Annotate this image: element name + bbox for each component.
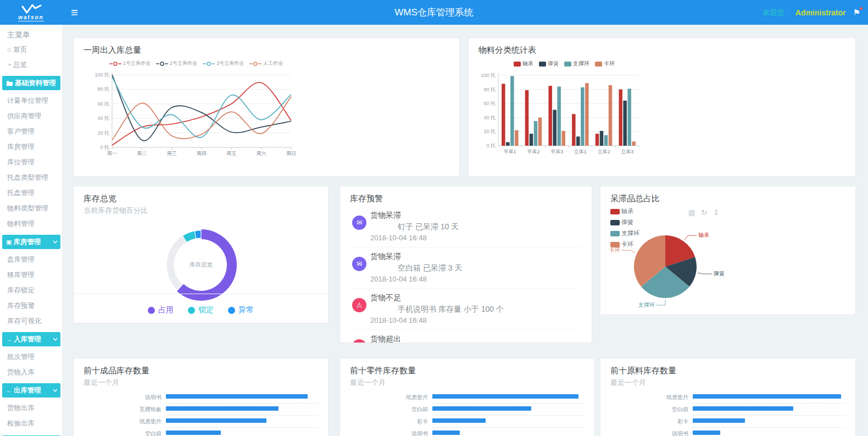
- sidebar-item-计量单位管理[interactable]: 计量单位管理: [0, 93, 62, 108]
- legend-item[interactable]: 轴承: [610, 207, 639, 216]
- sidebar-item-库存预警[interactable]: 库存预警: [0, 298, 62, 313]
- legend-item[interactable]: 支撑环: [564, 60, 589, 68]
- alert-description: 手机说明书 库存量 小于 100 个: [370, 305, 581, 314]
- hamburger-menu-icon[interactable]: ≡: [71, 0, 78, 25]
- app-logo[interactable]: watson: [0, 0, 62, 25]
- sidebar-item-label: 库位管理: [7, 158, 35, 166]
- svg-text:平库1: 平库1: [504, 149, 516, 154]
- sidebar-item-托盘类型管理[interactable]: 托盘类型管理: [0, 170, 62, 185]
- app-root: watson ≡ WMS仓库管理系统 欢迎您： Administrator ⚑ …: [0, 0, 868, 436]
- legend-label: 弹簧: [548, 60, 559, 68]
- svg-text:40 托: 40 托: [483, 115, 496, 120]
- legend-label: 人工作业: [263, 60, 283, 67]
- sidebar-item-label: 检验出库: [7, 420, 35, 427]
- alert-title: 货物呆滞: [370, 252, 581, 262]
- sidebar-item-货物入库[interactable]: 货物入库: [0, 365, 62, 380]
- hbar-track: [432, 428, 585, 436]
- sidebar-item-库位管理[interactable]: 库位管理: [0, 154, 62, 170]
- legend-item[interactable]: 占用: [148, 305, 174, 315]
- sidebar-item-托盘管理[interactable]: 托盘管理: [0, 185, 62, 201]
- hbar-bar: [166, 431, 221, 435]
- legend-item[interactable]: 3号立库作业: [203, 60, 244, 67]
- legend-item[interactable]: 卡环: [595, 60, 615, 68]
- svg-text:周五: 周五: [226, 151, 236, 156]
- alert-item[interactable]: ⚠货物超出硬纸板 库存量 大于 300 个2018-10-04 16:48: [351, 330, 581, 343]
- divider: [74, 294, 328, 294]
- username[interactable]: Administrator: [795, 8, 846, 17]
- hbar-row: 说明书: [610, 428, 845, 436]
- svg-text:20 托: 20 托: [483, 129, 496, 134]
- alert-item[interactable]: ✉货物呆滞钉子 已呆滞 10 天2018-10-04 16:48: [351, 206, 581, 247]
- sidebar-item-首页[interactable]: ⌂首页: [0, 42, 62, 57]
- legend-item[interactable]: 1号立库作业: [109, 60, 151, 67]
- warehouse-icon: ▣: [6, 239, 12, 246]
- envelope-icon: ✉: [352, 216, 366, 230]
- alert-timestamp: 2018-10-04 16:48: [370, 275, 581, 283]
- sidebar-item-库存锁定[interactable]: 库存锁定: [0, 283, 62, 298]
- sidebar-item-物料类型管理[interactable]: 物料类型管理: [0, 201, 62, 216]
- sidebar-item-物料管理[interactable]: 物料管理: [0, 216, 62, 231]
- sidebar-item-总览[interactable]: ◔总览: [0, 57, 62, 73]
- warning-icon: ⚠: [352, 339, 366, 343]
- legend-item[interactable]: 人工作业: [249, 60, 283, 67]
- sidebar-item-库房管理[interactable]: 库房管理: [0, 139, 62, 154]
- legend-item[interactable]: 锁定: [188, 305, 214, 315]
- legend-label: 卡环: [604, 60, 615, 68]
- card-inventory-overview: 库存总览 当前库存货物百分比 库存总览 占用锁定异常: [73, 186, 329, 323]
- hbar-row: 说明书: [84, 392, 318, 404]
- alert-item[interactable]: ✉货物呆滞空白箱 已呆滞 3 天2018-10-04 16:48: [351, 247, 581, 289]
- legend-label: 轴承: [621, 207, 633, 216]
- card-title: 一周出入库总量: [74, 38, 459, 56]
- sidebar-item-检验出库[interactable]: 检验出库: [0, 416, 62, 431]
- card-title: 前十成品库存数量: [74, 358, 328, 376]
- hbar-track: [432, 392, 585, 404]
- legend-item[interactable]: 弹簧: [539, 60, 559, 68]
- notification-flag-icon[interactable]: ⚑: [853, 8, 860, 18]
- svg-text:20 托: 20 托: [97, 130, 109, 136]
- chevron-down-icon: [53, 240, 58, 244]
- home-icon: ⌂: [7, 46, 11, 53]
- svg-text:库存总览: 库存总览: [190, 261, 213, 268]
- legend-label: 异常: [238, 305, 254, 315]
- sidebar-item-label: 计量单位管理: [7, 97, 48, 104]
- legend-label: 锁定: [198, 305, 214, 315]
- alert-title: 货物呆滞: [370, 211, 581, 220]
- sidebar-item-移库管理[interactable]: 移库管理: [0, 267, 62, 283]
- card-subtitle: 当前库存货物百分比: [74, 204, 328, 216]
- stagnant-pie-chart: 轴承弹簧支撑环卡环: [600, 215, 782, 315]
- card-title: 库存预警: [340, 186, 592, 204]
- legend-item[interactable]: 2号立库作业: [156, 60, 197, 67]
- hbar-bar: [432, 431, 460, 435]
- hbar-track: [166, 404, 318, 416]
- sidebar-group-label: 基础资料管理: [15, 79, 56, 88]
- hbar-row: 空白箱: [350, 404, 585, 416]
- sidebar-item-客户管理[interactable]: 客户管理: [0, 124, 62, 139]
- outbound-icon: ←: [6, 387, 12, 394]
- sidebar-item-货物出库[interactable]: 货物出库: [0, 400, 62, 416]
- hbar-row: 纸质垫片: [610, 392, 845, 404]
- sidebar-item-库存可视化[interactable]: 库存可视化: [0, 313, 62, 329]
- sidebar-item-label: 货物出库: [7, 404, 35, 412]
- hbar-bar: [166, 406, 279, 411]
- top-raw-chart: 纸质垫片空白箱彩卡说明书: [600, 392, 855, 436]
- alert-item[interactable]: ⚠货物不足手机说明书 库存量 小于 100 个2018-10-04 16:48: [351, 289, 581, 330]
- svg-text:立库3: 立库3: [621, 149, 633, 154]
- legend-label: 轴承: [522, 60, 533, 68]
- sidebar-group-label: 库房管理: [13, 238, 41, 247]
- sidebar-group[interactable]: ▣库房管理: [2, 235, 60, 249]
- sidebar-group[interactable]: ←出库管理: [2, 383, 60, 398]
- sidebar-item-label: 库存可视化: [7, 317, 42, 325]
- hbar-bar: [693, 394, 841, 399]
- svg-text:周二: 周二: [137, 151, 147, 156]
- legend-item[interactable]: 异常: [228, 305, 254, 315]
- sidebar-item-批次管理[interactable]: 批次管理: [0, 349, 62, 365]
- sidebar-group[interactable]: →入库管理: [2, 332, 60, 346]
- legend-item[interactable]: 轴承: [514, 60, 533, 68]
- sidebar-nav: ⌂首页◔总览基础资料管理计量单位管理供应商管理客户管理库房管理库位管理托盘类型管…: [0, 42, 62, 436]
- sidebar-group-label: 入库管理: [14, 335, 41, 344]
- sidebar-group[interactable]: 基础资料管理: [2, 76, 60, 90]
- sidebar-item-供应商管理[interactable]: 供应商管理: [0, 108, 62, 124]
- svg-text:0 托: 0 托: [486, 143, 496, 148]
- hbar-label: 空白箱: [610, 404, 693, 413]
- sidebar-item-盘库管理[interactable]: 盘库管理: [0, 252, 62, 267]
